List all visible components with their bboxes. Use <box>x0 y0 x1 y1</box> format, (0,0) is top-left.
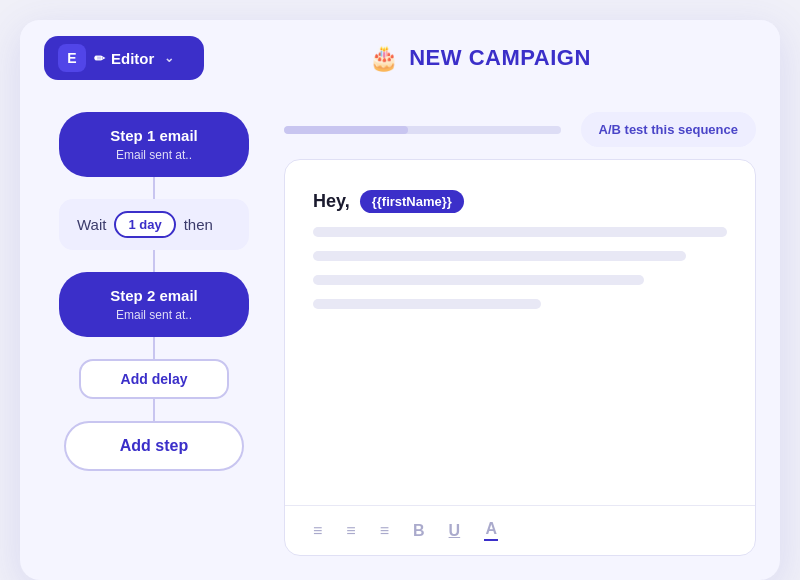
align-center-icon[interactable]: ≡ <box>342 520 359 542</box>
editor-label: ✏ Editor ⌄ <box>94 50 174 67</box>
v-line-3 <box>153 337 155 359</box>
editor-toolbar: ≡ ≡ ≡ B U A <box>285 505 755 555</box>
underline-icon[interactable]: U <box>445 520 465 542</box>
v-line-2 <box>153 250 155 272</box>
pencil-icon: ✏ <box>94 51 105 66</box>
editor-top-bar: A/B test this sequence <box>284 112 756 147</box>
campaign-title: NEW CAMPAIGN <box>409 45 591 71</box>
step1-sub: Email sent at.. <box>79 148 229 164</box>
placeholder-line-2 <box>313 251 686 261</box>
progress-bar-container <box>284 126 561 134</box>
greeting-text: Hey, <box>313 191 350 212</box>
ab-test-button[interactable]: A/B test this sequence <box>581 112 756 147</box>
placeholder-line-3 <box>313 275 644 285</box>
logo-icon: E <box>58 44 86 72</box>
chevron-down-icon[interactable]: ⌄ <box>164 51 174 65</box>
app-window: E ✏ Editor ⌄ 🎂 NEW CAMPAIGN Step 1 email… <box>20 20 780 580</box>
progress-bar-fill <box>284 126 408 134</box>
v-line-4 <box>153 399 155 421</box>
step2-sub: Email sent at.. <box>79 308 229 324</box>
editor-panel: A/B test this sequence Hey, {{firstName}… <box>284 112 756 556</box>
wait-label: Wait <box>77 216 106 233</box>
wait-day-badge[interactable]: 1 day <box>114 211 175 238</box>
connector-3 <box>44 337 264 359</box>
connector-4 <box>44 399 264 421</box>
firstname-badge[interactable]: {{firstName}} <box>360 190 464 213</box>
header-left: E ✏ Editor ⌄ <box>44 36 204 80</box>
cake-emoji: 🎂 <box>369 44 399 72</box>
steps-panel: Step 1 email Email sent at.. Wait 1 day … <box>44 112 264 556</box>
add-delay-button[interactable]: Add delay <box>79 359 229 399</box>
align-left-icon[interactable]: ≡ <box>309 520 326 542</box>
greeting-line: Hey, {{firstName}} <box>313 190 727 213</box>
wait-block: Wait 1 day then <box>59 199 249 250</box>
font-color-icon[interactable]: A <box>480 518 502 543</box>
connector-1 <box>44 177 264 199</box>
connector-2 <box>44 250 264 272</box>
v-line-1 <box>153 177 155 199</box>
main-content: Step 1 email Email sent at.. Wait 1 day … <box>20 96 780 580</box>
bold-icon[interactable]: B <box>409 520 429 542</box>
step1-button[interactable]: Step 1 email Email sent at.. <box>59 112 249 177</box>
header: E ✏ Editor ⌄ 🎂 NEW CAMPAIGN <box>20 20 780 96</box>
header-center: 🎂 NEW CAMPAIGN <box>204 44 756 72</box>
email-body: Hey, {{firstName}} <box>285 160 755 505</box>
step2-button[interactable]: Step 2 email Email sent at.. <box>59 272 249 337</box>
then-label: then <box>184 216 213 233</box>
add-step-button[interactable]: Add step <box>64 421 244 471</box>
align-right-icon[interactable]: ≡ <box>376 520 393 542</box>
placeholder-line-1 <box>313 227 727 237</box>
placeholder-line-4 <box>313 299 541 309</box>
email-editor-box[interactable]: Hey, {{firstName}} ≡ ≡ ≡ B U <box>284 159 756 556</box>
